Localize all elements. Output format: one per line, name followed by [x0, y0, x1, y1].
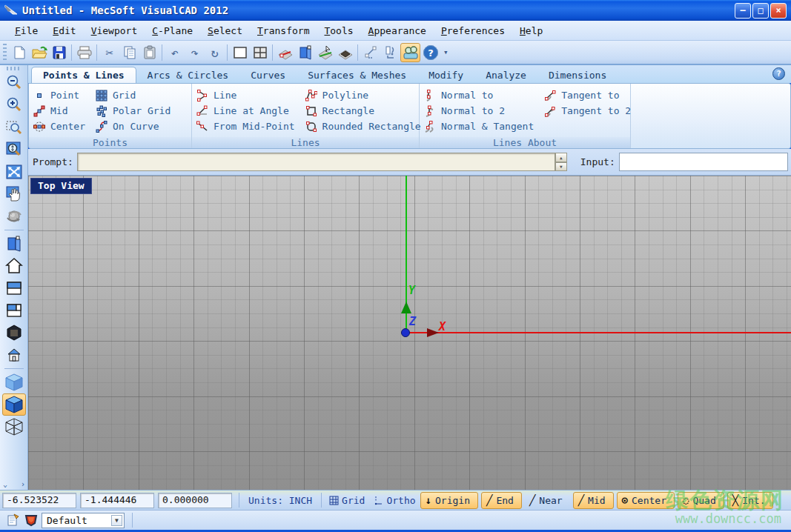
ribbon-item-from-mid-point[interactable]: From Mid-Point — [196, 119, 295, 134]
ribbon-item-normal-to[interactable]: Normal to — [424, 87, 534, 103]
spinner-up-icon[interactable]: ▲ — [555, 153, 567, 162]
open-file-button[interactable] — [29, 43, 49, 62]
minimize-button[interactable]: – — [735, 3, 751, 19]
four-viewport-button[interactable] — [250, 43, 270, 62]
ribbon-item-tangent-to-2[interactable]: Tangent to 2 — [544, 103, 631, 119]
cplane-pick-button[interactable] — [315, 43, 335, 62]
zoom-extents-button[interactable] — [2, 161, 26, 183]
maximize-button[interactable]: □ — [752, 3, 769, 19]
ribbon-item-grid[interactable]: Grid — [96, 87, 171, 103]
cplane-origin-button[interactable] — [275, 43, 295, 62]
zoom-window-button[interactable] — [2, 116, 26, 139]
menu-viewport[interactable]: Viewport — [84, 23, 145, 39]
redo-button[interactable]: ↷ — [185, 43, 205, 62]
sidebar-scroll-up-icon[interactable]: ⌄ — [3, 480, 7, 488]
tab-modify[interactable]: Modify — [417, 67, 474, 83]
snap-center-button[interactable]: ⊙ Center — [617, 492, 675, 509]
tab-dimensions[interactable]: Dimensions — [537, 67, 618, 83]
chevron-down-icon[interactable]: ▼ — [111, 515, 122, 526]
rotate-view-button[interactable] — [2, 205, 26, 227]
house-3d-view-button[interactable] — [2, 344, 26, 366]
tab-points-lines[interactable]: Points & Lines — [31, 67, 136, 83]
snap-quad-button[interactable]: ◌ Quad — [678, 492, 724, 509]
zoom-in-button[interactable] — [2, 94, 26, 116]
grid-points-icon — [96, 90, 107, 102]
snap-int-button[interactable]: ╳ Int. — [727, 492, 774, 509]
ribbon-item-mid[interactable]: Mid — [33, 103, 85, 119]
menu-select[interactable]: Select — [200, 23, 250, 39]
view-label[interactable]: Top View — [30, 178, 92, 194]
zoom-selected-button[interactable] — [2, 139, 26, 161]
menu-file[interactable]: File — [7, 23, 45, 39]
menu-cplane[interactable]: C-Plane — [145, 23, 200, 39]
tab-curves[interactable]: Curves — [239, 67, 297, 83]
tab-arcs-circles[interactable]: Arcs & Circles — [136, 67, 240, 83]
ribbon-item-polyline[interactable]: Polyline — [305, 87, 421, 103]
menu-edit[interactable]: Edit — [45, 23, 83, 39]
menu-transform[interactable]: Transform — [250, 23, 317, 39]
menu-preferences[interactable]: Preferences — [434, 23, 512, 39]
pan-button[interactable] — [2, 183, 26, 205]
prompt-field[interactable] — [77, 153, 555, 171]
box-view-button[interactable] — [2, 233, 26, 255]
single-viewport-button[interactable] — [230, 43, 250, 62]
shaded-display-button[interactable] — [2, 393, 26, 416]
ribbon-item-center[interactable]: Center — [33, 119, 85, 134]
menu-help[interactable]: Help — [512, 23, 550, 39]
menu-appearance[interactable]: Appearance — [361, 23, 434, 39]
stretch-points-button[interactable] — [360, 43, 380, 62]
dark-box-view-button[interactable] — [2, 322, 26, 344]
layer-dropdown[interactable]: Default ▼ — [42, 513, 125, 528]
grid-toggle[interactable]: Grid — [329, 495, 365, 506]
paste-button[interactable] — [139, 43, 159, 62]
tab-surfaces-meshes[interactable]: Surfaces & Meshes — [297, 67, 417, 83]
snap-near-button[interactable]: ╱ Near — [525, 492, 570, 509]
input-field[interactable] — [619, 153, 788, 171]
spinner-down-icon[interactable]: ▼ — [555, 162, 567, 172]
ribbon-item-point[interactable]: Point — [33, 87, 85, 103]
ribbon-item-on-curve[interactable]: On Curve — [96, 119, 171, 134]
print-button[interactable] — [74, 43, 94, 62]
help-button[interactable]: ? — [420, 43, 440, 62]
save-button[interactable] — [49, 43, 69, 62]
appearance-button[interactable] — [400, 43, 420, 62]
undo-button[interactable]: ↶ — [165, 43, 185, 62]
ribbon-item-line-at-angle[interactable]: Line at Angle — [196, 103, 295, 119]
sidebar-scroll-down-icon[interactable]: › — [21, 480, 25, 488]
top-face-view-button[interactable] — [2, 277, 26, 299]
ribbon-item-normal-tangent[interactable]: Normal & Tangent — [424, 119, 534, 134]
menu-tools[interactable]: Tools — [317, 23, 360, 39]
probe-button[interactable] — [380, 43, 400, 62]
copy-button[interactable] — [119, 43, 139, 62]
snap-end-button[interactable]: ╱ End — [481, 492, 522, 509]
layer-properties-button[interactable] — [4, 512, 22, 528]
repeat-button[interactable]: ↻ — [205, 43, 225, 62]
ribbon-item-polar-grid[interactable]: Polar Grid — [96, 103, 171, 119]
close-button[interactable]: × — [770, 3, 787, 19]
ribbon-item-tangent-to[interactable]: Tangent to — [544, 87, 631, 103]
ortho-toggle[interactable]: Ortho — [374, 495, 415, 506]
layer-color-button[interactable] — [22, 512, 40, 528]
new-file-button[interactable] — [9, 43, 29, 62]
snap-mid-button[interactable]: ╱ Mid — [573, 492, 614, 509]
viewport-canvas[interactable]: Top View X Y Z — [28, 176, 791, 490]
view-box-button[interactable] — [295, 43, 315, 62]
help-icon: ? — [423, 44, 439, 61]
world-cplane-button[interactable] — [335, 43, 355, 62]
snap-origin-button[interactable]: ↓ Origin — [420, 492, 478, 509]
toolbar-overflow-button[interactable]: ▾ — [443, 47, 449, 57]
ribbon-item-normal-to-2[interactable]: Normal to 2 — [424, 103, 534, 119]
ribbon-help-icon[interactable]: ? — [772, 67, 785, 80]
wireframe-display-button[interactable] — [2, 416, 26, 438]
corner-face-view-button[interactable] — [2, 299, 26, 322]
sidebar-scroll[interactable]: ⌄ › — [0, 480, 28, 488]
ribbon-item-line[interactable]: Line — [196, 87, 295, 103]
ribbon-item-rounded-rectangle[interactable]: Rounded Rectangle — [305, 119, 421, 134]
cut-button[interactable]: ✂ — [99, 43, 119, 62]
prompt-spinner[interactable]: ▲ ▼ — [555, 153, 567, 171]
ribbon-item-rectangle[interactable]: Rectangle — [305, 103, 421, 119]
zoom-out-button[interactable] — [2, 72, 26, 94]
tab-analyze[interactable]: Analyze — [474, 67, 537, 83]
ghost-shaded-display-button[interactable] — [2, 371, 26, 393]
home-view-button[interactable] — [2, 255, 26, 277]
